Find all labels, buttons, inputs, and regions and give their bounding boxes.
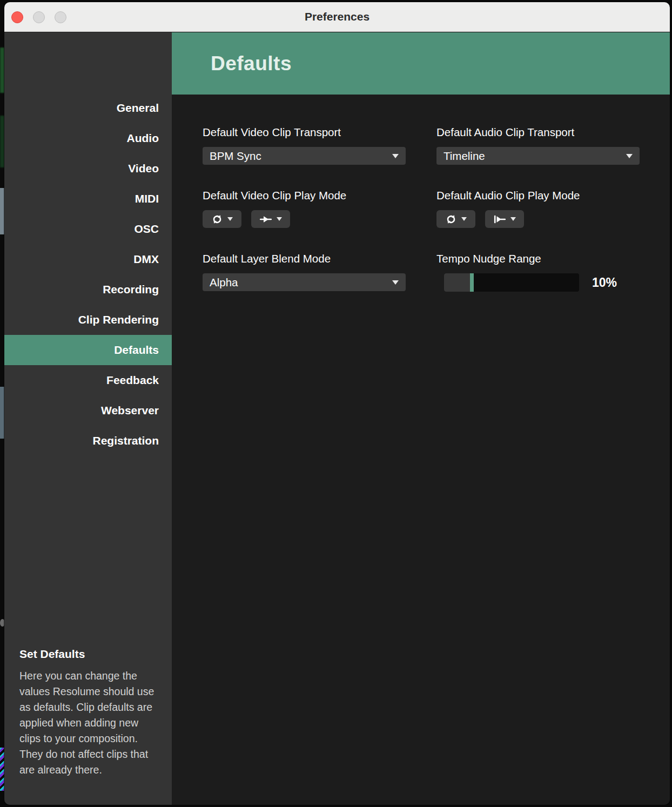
traffic-lights [11,2,66,32]
layer-blend-dropdown[interactable]: Alpha [203,273,406,291]
chevron-down-icon [510,217,516,221]
chevron-down-icon [461,217,467,221]
layer-blend-value: Alpha [210,276,238,289]
slider-handle[interactable] [470,273,474,292]
close-button[interactable] [11,11,23,23]
sidebar-item-webserver[interactable]: Webserver [4,395,172,426]
chevron-down-icon [392,280,399,285]
audio-transport-value: Timeline [443,150,485,163]
video-transport-dropdown[interactable]: BPM Sync [203,147,406,165]
audio-transport-dropdown[interactable]: Timeline [436,147,640,165]
play-forward-icon [260,214,272,224]
audio-loop-mode-button[interactable] [436,210,475,228]
sidebar-item-defaults[interactable]: Defaults [4,335,172,365]
slider-fill [444,273,470,292]
chevron-down-icon [277,217,282,221]
field-video-transport: Default Video Clip Transport BPM Sync [203,126,406,165]
sidebar-item-audio[interactable]: Audio [4,123,172,153]
sidebar-item-registration[interactable]: Registration [4,426,172,456]
field-audio-play-mode: Default Audio Clip Play Mode [436,189,640,228]
chevron-down-icon [392,154,399,158]
sidebar-item-midi[interactable]: MIDI [4,184,172,214]
audio-transport-label: Default Audio Clip Transport [436,126,640,139]
field-audio-transport: Default Audio Clip Transport Timeline [436,126,640,165]
field-video-play-mode: Default Video Clip Play Mode [203,189,406,228]
tempo-nudge-value: 10% [592,275,617,290]
video-play-mode-label: Default Video Clip Play Mode [203,189,406,202]
screen: Preferences General Audio Video MIDI OSC… [0,0,672,807]
audio-play-mode-label: Default Audio Clip Play Mode [436,189,640,202]
zoom-button[interactable] [55,11,66,23]
sidebar: General Audio Video MIDI OSC DMX Recordi… [4,32,172,805]
window-title: Preferences [305,10,369,23]
sidebar-item-video[interactable]: Video [4,153,172,184]
sidebar-item-dmx[interactable]: DMX [4,244,172,274]
video-play-mode-buttons [203,210,406,228]
sidebar-nav: General Audio Video MIDI OSC DMX Recordi… [4,32,172,456]
preferences-window: Preferences General Audio Video MIDI OSC… [4,2,670,805]
main-content: Defaults Default Video Clip Transport BP… [172,32,670,805]
sidebar-item-clip-rendering[interactable]: Clip Rendering [4,305,172,335]
help-body: Here you can change the values Resolume … [19,668,160,778]
play-from-start-icon [494,214,506,224]
video-loop-mode-button[interactable] [203,210,241,228]
audio-play-direction-button[interactable] [485,210,524,228]
sidebar-item-feedback[interactable]: Feedback [4,365,172,395]
tempo-nudge-slider[interactable] [444,273,579,292]
help-title: Set Defaults [19,648,160,661]
audio-play-mode-buttons [436,210,640,228]
loop-icon [446,214,456,225]
pane-header: Defaults [172,32,670,95]
defaults-form: Default Video Clip Transport BPM Sync De… [172,95,670,292]
sidebar-item-recording[interactable]: Recording [4,274,172,305]
tempo-nudge-control: 10% [436,273,640,292]
layer-blend-label: Default Layer Blend Mode [203,252,406,265]
field-layer-blend: Default Layer Blend Mode Alpha [203,252,406,292]
video-transport-label: Default Video Clip Transport [203,126,406,139]
chevron-down-icon [227,217,233,221]
title-bar[interactable]: Preferences [4,2,670,32]
tempo-nudge-label: Tempo Nudge Range [436,252,640,265]
minimize-button[interactable] [33,11,45,23]
help-panel: Set Defaults Here you can change the val… [19,648,160,778]
sidebar-item-osc[interactable]: OSC [4,214,172,244]
sidebar-item-general[interactable]: General [4,93,172,123]
page-title: Defaults [211,52,292,75]
chevron-down-icon [626,154,633,158]
video-play-direction-button[interactable] [251,210,290,228]
loop-icon [212,214,223,225]
video-transport-value: BPM Sync [210,150,261,163]
field-tempo-nudge: Tempo Nudge Range 10% [436,252,640,292]
